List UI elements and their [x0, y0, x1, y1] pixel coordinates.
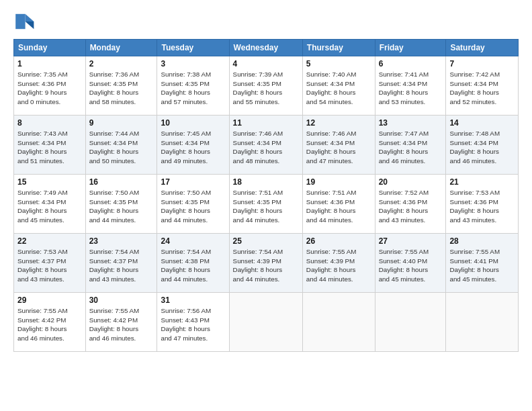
weekday-header-tuesday: Tuesday: [157, 40, 229, 56]
day-detail: Sunrise: 7:53 AMSunset: 4:37 PMDaylight:…: [17, 247, 82, 284]
day-detail: Sunrise: 7:55 AMSunset: 4:41 PMDaylight:…: [449, 247, 515, 284]
day-detail: Sunrise: 7:45 AMSunset: 4:34 PMDaylight:…: [161, 129, 225, 166]
calendar-cell: 15Sunrise: 7:49 AMSunset: 4:34 PMDayligh…: [14, 175, 86, 234]
calendar-cell: 29Sunrise: 7:55 AMSunset: 4:42 PMDayligh…: [14, 293, 86, 352]
calendar-cell: 16Sunrise: 7:50 AMSunset: 4:35 PMDayligh…: [85, 175, 157, 234]
day-detail: Sunrise: 7:48 AMSunset: 4:34 PMDaylight:…: [449, 129, 515, 166]
day-detail: Sunrise: 7:43 AMSunset: 4:34 PMDaylight:…: [17, 129, 82, 166]
calendar-cell: 23Sunrise: 7:54 AMSunset: 4:37 PMDayligh…: [85, 234, 157, 293]
calendar-cell: 3Sunrise: 7:38 AMSunset: 4:35 PMDaylight…: [157, 56, 229, 116]
day-number: 18: [233, 177, 299, 187]
calendar-cell: 12Sunrise: 7:46 AMSunset: 4:34 PMDayligh…: [302, 116, 375, 175]
calendar-cell: 1Sunrise: 7:35 AMSunset: 4:36 PMDaylight…: [14, 56, 86, 116]
day-detail: Sunrise: 7:53 AMSunset: 4:36 PMDaylight:…: [449, 188, 515, 225]
day-number: 25: [233, 236, 299, 246]
day-number: 26: [306, 236, 371, 246]
day-number: 16: [89, 177, 154, 187]
calendar-cell: 31Sunrise: 7:56 AMSunset: 4:43 PMDayligh…: [157, 293, 229, 352]
day-number: 8: [17, 118, 82, 128]
day-number: 5: [306, 59, 371, 68]
calendar-cell: 5Sunrise: 7:40 AMSunset: 4:34 PMDaylight…: [302, 56, 375, 116]
day-number: 27: [379, 236, 443, 246]
day-number: 12: [306, 118, 371, 128]
day-detail: Sunrise: 7:52 AMSunset: 4:36 PMDaylight:…: [379, 188, 443, 225]
weekday-header-sunday: Sunday: [14, 40, 86, 56]
week-row-1: 1Sunrise: 7:35 AMSunset: 4:36 PMDaylight…: [14, 56, 519, 116]
calendar-cell: 6Sunrise: 7:41 AMSunset: 4:34 PMDaylight…: [375, 56, 446, 116]
week-row-4: 22Sunrise: 7:53 AMSunset: 4:37 PMDayligh…: [14, 234, 519, 293]
calendar-cell: 18Sunrise: 7:51 AMSunset: 4:35 PMDayligh…: [229, 175, 302, 234]
week-row-5: 29Sunrise: 7:55 AMSunset: 4:42 PMDayligh…: [14, 293, 519, 352]
day-number: 14: [449, 118, 515, 128]
day-number: 10: [161, 118, 225, 128]
calendar-cell: 17Sunrise: 7:50 AMSunset: 4:35 PMDayligh…: [157, 175, 229, 234]
calendar-cell: 10Sunrise: 7:45 AMSunset: 4:34 PMDayligh…: [157, 116, 229, 175]
day-number: 13: [379, 118, 443, 128]
day-number: 3: [161, 59, 225, 68]
calendar-cell: [302, 293, 375, 352]
day-detail: Sunrise: 7:40 AMSunset: 4:34 PMDaylight:…: [306, 70, 371, 107]
day-number: 22: [17, 236, 82, 246]
day-detail: Sunrise: 7:50 AMSunset: 4:35 PMDaylight:…: [89, 188, 154, 225]
day-detail: Sunrise: 7:55 AMSunset: 4:39 PMDaylight:…: [306, 247, 371, 284]
day-number: 28: [449, 236, 515, 246]
day-detail: Sunrise: 7:55 AMSunset: 4:40 PMDaylight:…: [379, 247, 443, 284]
day-number: 2: [89, 59, 154, 68]
calendar-table: SundayMondayTuesdayWednesdayThursdayFrid…: [13, 39, 519, 352]
day-number: 4: [233, 59, 299, 68]
day-number: 23: [89, 236, 154, 246]
calendar-cell: 24Sunrise: 7:54 AMSunset: 4:38 PMDayligh…: [157, 234, 229, 293]
day-detail: Sunrise: 7:42 AMSunset: 4:34 PMDaylight:…: [449, 70, 515, 107]
day-detail: Sunrise: 7:35 AMSunset: 4:36 PMDaylight:…: [17, 70, 82, 107]
day-number: 7: [449, 59, 515, 68]
day-detail: Sunrise: 7:55 AMSunset: 4:42 PMDaylight:…: [17, 306, 82, 343]
day-number: 17: [161, 177, 225, 187]
calendar-cell: 22Sunrise: 7:53 AMSunset: 4:37 PMDayligh…: [14, 234, 86, 293]
weekday-header-monday: Monday: [85, 40, 157, 56]
weekday-header-wednesday: Wednesday: [229, 40, 302, 56]
day-detail: Sunrise: 7:47 AMSunset: 4:34 PMDaylight:…: [379, 129, 443, 166]
day-detail: Sunrise: 7:55 AMSunset: 4:42 PMDaylight:…: [89, 306, 154, 343]
calendar-cell: 2Sunrise: 7:36 AMSunset: 4:35 PMDaylight…: [85, 56, 157, 116]
day-detail: Sunrise: 7:36 AMSunset: 4:35 PMDaylight:…: [89, 70, 154, 107]
page: SundayMondayTuesdayWednesdayThursdayFrid…: [0, 0, 532, 411]
svg-rect-2: [15, 14, 25, 29]
logo-icon: [13, 11, 35, 32]
day-detail: Sunrise: 7:49 AMSunset: 4:34 PMDaylight:…: [17, 188, 82, 225]
day-detail: Sunrise: 7:44 AMSunset: 4:34 PMDaylight:…: [89, 129, 154, 166]
weekday-header-row: SundayMondayTuesdayWednesdayThursdayFrid…: [14, 40, 519, 56]
calendar-cell: 13Sunrise: 7:47 AMSunset: 4:34 PMDayligh…: [375, 116, 446, 175]
weekday-header-saturday: Saturday: [446, 40, 519, 56]
day-number: 6: [379, 59, 443, 68]
calendar-cell: 26Sunrise: 7:55 AMSunset: 4:39 PMDayligh…: [302, 234, 375, 293]
calendar-cell: 11Sunrise: 7:46 AMSunset: 4:34 PMDayligh…: [229, 116, 302, 175]
day-number: 21: [449, 177, 515, 187]
calendar-cell: [375, 293, 446, 352]
day-detail: Sunrise: 7:54 AMSunset: 4:38 PMDaylight:…: [161, 247, 225, 284]
day-detail: Sunrise: 7:50 AMSunset: 4:35 PMDaylight:…: [161, 188, 225, 225]
day-detail: Sunrise: 7:54 AMSunset: 4:37 PMDaylight:…: [89, 247, 154, 284]
day-detail: Sunrise: 7:46 AMSunset: 4:34 PMDaylight:…: [306, 129, 371, 166]
calendar-cell: 8Sunrise: 7:43 AMSunset: 4:34 PMDaylight…: [14, 116, 86, 175]
day-number: 20: [379, 177, 443, 187]
day-number: 1: [17, 59, 82, 68]
calendar-cell: [229, 293, 302, 352]
day-detail: Sunrise: 7:46 AMSunset: 4:34 PMDaylight:…: [233, 129, 299, 166]
calendar-cell: 14Sunrise: 7:48 AMSunset: 4:34 PMDayligh…: [446, 116, 519, 175]
header: [13, 11, 519, 32]
day-number: 19: [306, 177, 371, 187]
calendar-cell: 21Sunrise: 7:53 AMSunset: 4:36 PMDayligh…: [446, 175, 519, 234]
weekday-header-thursday: Thursday: [302, 40, 375, 56]
day-number: 24: [161, 236, 225, 246]
day-number: 29: [17, 295, 82, 305]
calendar-cell: 30Sunrise: 7:55 AMSunset: 4:42 PMDayligh…: [85, 293, 157, 352]
calendar-cell: 20Sunrise: 7:52 AMSunset: 4:36 PMDayligh…: [375, 175, 446, 234]
week-row-2: 8Sunrise: 7:43 AMSunset: 4:34 PMDaylight…: [14, 116, 519, 175]
day-number: 30: [89, 295, 154, 305]
day-detail: Sunrise: 7:54 AMSunset: 4:39 PMDaylight:…: [233, 247, 299, 284]
day-detail: Sunrise: 7:51 AMSunset: 4:36 PMDaylight:…: [306, 188, 371, 225]
calendar-cell: 9Sunrise: 7:44 AMSunset: 4:34 PMDaylight…: [85, 116, 157, 175]
calendar-cell: 27Sunrise: 7:55 AMSunset: 4:40 PMDayligh…: [375, 234, 446, 293]
calendar-cell: 28Sunrise: 7:55 AMSunset: 4:41 PMDayligh…: [446, 234, 519, 293]
logo: [13, 11, 38, 32]
